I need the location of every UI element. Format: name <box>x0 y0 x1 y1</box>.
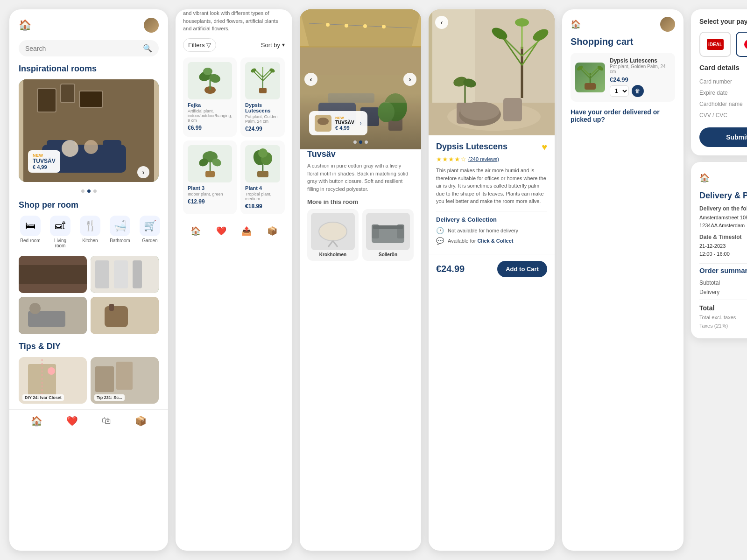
svg-rect-16 <box>95 260 109 288</box>
svg-point-45 <box>268 67 275 73</box>
room-dot-1 <box>353 140 357 144</box>
delete-item-button[interactable]: 🗑 <box>632 85 644 97</box>
svg-point-44 <box>250 67 256 73</box>
svg-point-36 <box>203 68 212 75</box>
cart-home-icon[interactable]: 🏠 <box>571 19 581 29</box>
search-icon[interactable]: 🔍 <box>143 44 152 53</box>
nav-cart-icon[interactable]: 🛍 <box>102 415 111 427</box>
delivery-address-text: Amsterdamstreet 108A 1234AA Amsterdam <box>699 214 747 229</box>
mastercard-logo <box>744 40 747 49</box>
hero-next-arrow[interactable]: › <box>137 166 149 178</box>
delivery-cost-label: Delivery <box>699 289 719 295</box>
badge-thumbnail <box>315 115 331 132</box>
product-card-fejka[interactable]: Fejka Artificial plant, indoor/outdoor/h… <box>183 57 237 137</box>
sort-button[interactable]: Sort by ▾ <box>261 42 285 49</box>
svg-rect-24 <box>109 304 114 311</box>
plant4-price: €18.99 <box>245 203 280 210</box>
chat-icon: 💬 <box>436 237 444 245</box>
svg-rect-30 <box>95 366 114 392</box>
panel-room-carousel: ‹ › NEW TUVSÄV € 4,99 › Tuvsäv A cushion… <box>300 9 421 551</box>
cvv-row: CVV / CVC ••• <box>699 110 747 121</box>
back-arrow[interactable]: ‹ <box>435 16 448 29</box>
svg-rect-17 <box>114 260 128 288</box>
more-products-grid: Krokholmen Sollerön <box>300 209 421 266</box>
more-product-solleron[interactable]: Sollerön <box>362 209 414 261</box>
room-item-living[interactable]: 🛋 Living room <box>49 216 72 248</box>
carousel-left-arrow[interactable]: ‹ <box>304 73 317 86</box>
product-card-dypsis[interactable]: Dypsis Lutescens Pot plant, Golden Palm,… <box>240 57 285 137</box>
cvv-label: CVV / CVC <box>699 112 727 119</box>
room-item-kitchen[interactable]: 🍴 Kitchen <box>78 216 102 248</box>
svg-rect-14 <box>19 265 87 284</box>
mastercard-method[interactable] <box>736 32 747 57</box>
plant4-name: Plant 4 <box>245 185 280 191</box>
nav-orders-icon[interactable]: 📦 <box>135 415 147 427</box>
room-item-garden[interactable]: 🛒 Garden <box>138 216 162 248</box>
grid-preview-3[interactable] <box>19 297 87 334</box>
svg-rect-3 <box>61 84 75 103</box>
badge-new2: NEW <box>335 116 354 120</box>
nav-share-icon[interactable]: 📤 <box>241 226 252 236</box>
delivery-question-section: Have your order delivered or picked up? <box>562 108 684 129</box>
nav-orders-icon[interactable]: 📦 <box>267 226 277 236</box>
cart-item-row: Dypsis Lutescens Pot plant, Golden Palm,… <box>571 53 675 102</box>
nav-home-icon[interactable]: 🏠 <box>31 415 42 427</box>
fejka-image <box>188 62 232 99</box>
cart-item-name: Dypsis Lutescens <box>610 57 670 64</box>
badge-arrow-icon[interactable]: › <box>360 120 362 126</box>
ideal-method[interactable]: iDEAL <box>699 32 731 57</box>
grid-preview-4[interactable] <box>91 297 159 334</box>
mc-red-circle <box>744 40 747 49</box>
taxes-label: Taxes (21%) <box>699 323 728 329</box>
expire-date-label: Expire date <box>699 90 728 96</box>
svg-point-55 <box>258 148 268 158</box>
submit-payment-button[interactable]: Submit Payment <box>699 127 747 147</box>
product-card-plant3[interactable]: Plant 3 Indoor plant, green €12.99 <box>183 140 237 214</box>
grid-preview-2[interactable] <box>91 256 159 293</box>
review-count[interactable]: (240 reviews) <box>468 156 499 162</box>
svg-point-12 <box>84 140 98 154</box>
dypsis-price: €24.99 <box>245 126 280 132</box>
svg-point-21 <box>29 303 41 314</box>
delivery-date: 21-12-2023 <box>699 243 726 249</box>
favorite-heart-icon[interactable]: ♥ <box>542 142 547 153</box>
avatar[interactable] <box>144 18 159 33</box>
more-product-krokholmen[interactable]: Krokholmen <box>307 209 359 261</box>
room-hero-image: ‹ › NEW TUVSÄV € 4,99 › <box>300 9 421 149</box>
quantity-stepper[interactable]: 1 2 3 <box>610 85 629 97</box>
hero-image[interactable]: NEW TUVSÄV € 4,99 › <box>19 79 159 182</box>
add-to-cart-button[interactable]: Add to Cart <box>497 261 547 277</box>
grid-preview-1[interactable] <box>19 256 87 293</box>
delivery-collection-section: Delivery & Collection 🕐 Not available fo… <box>436 211 547 245</box>
delivery-question-title: Have your order delivered or picked up? <box>571 108 675 123</box>
shop-per-room-title: Shop per room <box>9 196 168 216</box>
product-detail-description: This plant makes the air more humid and … <box>436 167 547 205</box>
filters-button[interactable]: Filters ▽ <box>183 38 216 52</box>
tip-item-1[interactable]: DIY 24: Ivar Closet <box>19 357 87 404</box>
delivery-card: 🏠 Delivery & Pick-up Delivery on the fol… <box>691 162 747 338</box>
subtotal-label: Subtotal <box>699 280 720 286</box>
nav-heart-icon[interactable]: ❤️ <box>216 226 226 236</box>
home-icon[interactable]: 🏠 <box>19 19 31 31</box>
cart-avatar[interactable] <box>660 17 675 32</box>
product-card-plant4[interactable]: Plant 4 Tropical plant, medium €18.99 <box>240 140 285 214</box>
svg-rect-4 <box>79 91 103 107</box>
subtotal-row: Subtotal €24.99 <box>699 278 747 287</box>
product-detail-header: Dypsis Lutescens ♥ <box>436 142 547 153</box>
delivery-cost-row: Delivery €2.99 <box>699 287 747 297</box>
nav-home-icon[interactable]: 🏠 <box>190 226 201 236</box>
card-number-label: Card number <box>699 78 732 85</box>
kitchen-icon: 🍴 <box>80 216 100 236</box>
room-item-bathroom[interactable]: 🛁 Bathroom <box>108 216 132 248</box>
tip-item-2[interactable]: Tip 231: Sc... <box>91 357 159 404</box>
carousel-right-arrow[interactable]: › <box>403 73 416 86</box>
nav-heart-icon[interactable]: ❤️ <box>66 415 78 427</box>
sort-label: Sort by <box>261 42 280 49</box>
search-input[interactable] <box>25 45 139 52</box>
svg-line-79 <box>333 241 338 247</box>
bedroom-icon: 🛏 <box>20 216 41 236</box>
delivery-address-section: Delivery on the following adress Edit <box>699 205 747 212</box>
plant3-image <box>188 145 232 182</box>
room-item-bedroom[interactable]: 🛏 Bed room <box>19 216 42 248</box>
delivery-home-icon: 🏠 <box>699 173 710 183</box>
